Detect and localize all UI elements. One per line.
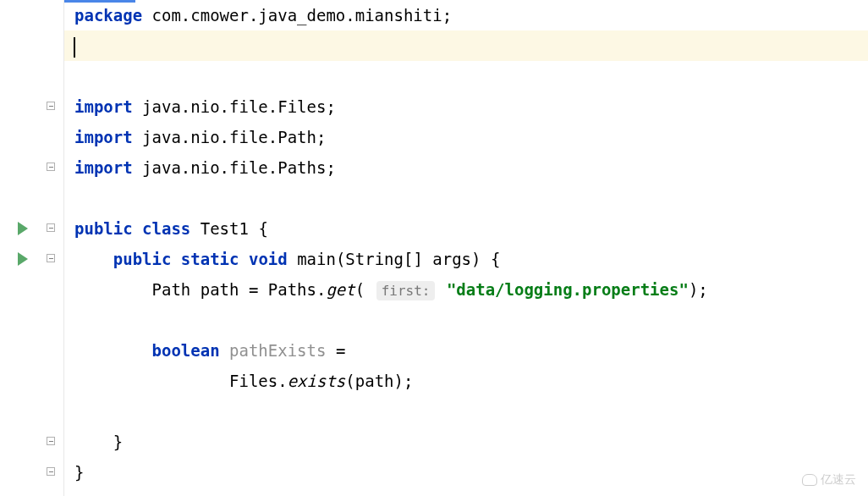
run-method-icon[interactable] <box>18 252 28 266</box>
fold-icon[interactable] <box>47 102 55 110</box>
main-signature: main(String[] args) <box>288 250 491 268</box>
open-brace: { <box>258 219 267 238</box>
param-hint: first: <box>376 281 436 300</box>
method-exists: exists <box>288 372 346 390</box>
path-decl: Path path = Paths. <box>74 280 326 299</box>
keyword-import: import <box>74 158 133 177</box>
code-line[interactable] <box>74 61 868 91</box>
code-line[interactable]: boolean pathExists = <box>74 335 868 366</box>
keyword-public: public <box>113 250 172 268</box>
code-line[interactable]: Files.exists(path); <box>74 366 868 396</box>
string-literal: "data/logging.properties" <box>447 280 689 299</box>
close-brace: } <box>113 433 123 451</box>
package-name: com.cmower.java_demo.mianshiti; <box>142 6 452 25</box>
code-line[interactable]: } <box>74 427 868 457</box>
keyword-package: package <box>74 6 142 25</box>
code-line[interactable]: import java.nio.file.Path; <box>74 122 868 152</box>
call-close: ); <box>689 280 708 299</box>
keyword-static: static <box>181 250 239 268</box>
keyword-boolean: boolean <box>152 341 220 360</box>
code-line[interactable]: package com.cmower.java_demo.mianshiti; <box>74 0 868 30</box>
code-area[interactable]: package com.cmower.java_demo.mianshiti; … <box>64 0 868 496</box>
code-line[interactable]: public static void main(String[] args) { <box>74 244 868 274</box>
code-line[interactable] <box>74 305 868 335</box>
fold-icon[interactable] <box>47 223 55 232</box>
close-brace: } <box>74 463 84 482</box>
files-call: Files. <box>74 372 288 390</box>
code-line[interactable]: Path path = Paths.get( first: "data/logg… <box>74 274 868 305</box>
watermark-text: 亿速云 <box>821 472 856 488</box>
code-line[interactable]: import java.nio.file.Files; <box>74 91 868 122</box>
keyword-class: class <box>142 219 190 238</box>
unused-var: pathExists <box>220 341 327 360</box>
keyword-import: import <box>74 128 133 146</box>
exists-args: (path); <box>345 372 413 390</box>
code-line[interactable]: public class Test1 { <box>74 213 868 244</box>
class-name: Test1 <box>190 219 258 238</box>
code-line[interactable] <box>74 183 868 213</box>
run-class-icon[interactable] <box>18 222 28 235</box>
import-path: java.nio.file.Path; <box>133 128 327 146</box>
fold-icon[interactable] <box>47 467 55 476</box>
keyword-public: public <box>74 219 133 238</box>
open-brace: { <box>491 250 500 268</box>
fold-icon[interactable] <box>47 163 55 171</box>
editor-gutter[interactable] <box>0 0 64 496</box>
watermark: 亿速云 <box>802 472 856 488</box>
code-line-current[interactable] <box>64 30 868 61</box>
import-path: java.nio.file.Files; <box>133 97 336 116</box>
code-line[interactable] <box>74 396 868 427</box>
code-editor[interactable]: package com.cmower.java_demo.mianshiti; … <box>0 0 868 496</box>
fold-icon[interactable] <box>47 437 55 445</box>
cloud-icon <box>802 474 817 486</box>
text-caret <box>74 37 75 58</box>
import-path: java.nio.file.Paths; <box>133 158 336 177</box>
fold-icon[interactable] <box>47 254 55 262</box>
code-line[interactable]: } <box>74 457 868 488</box>
keyword-void: void <box>249 250 288 268</box>
keyword-import: import <box>74 97 133 116</box>
method-get: get <box>326 280 354 299</box>
code-line[interactable]: import java.nio.file.Paths; <box>74 152 868 183</box>
equals: = <box>326 341 345 360</box>
